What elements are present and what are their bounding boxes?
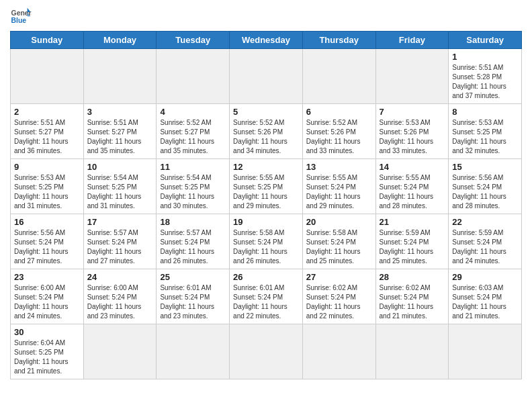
day-number: 7 [380, 107, 445, 117]
day-number: 22 [452, 217, 518, 227]
day-info: Sunrise: 5:59 AM Sunset: 5:24 PM Dayligh… [380, 228, 445, 266]
day-number: 9 [14, 162, 80, 172]
day-info: Sunrise: 5:59 AM Sunset: 5:24 PM Dayligh… [452, 228, 518, 266]
calendar-cell [375, 49, 449, 104]
page-header: General Blue [10, 7, 522, 26]
day-header-friday: Friday [375, 32, 449, 49]
day-header-thursday: Thursday [302, 32, 375, 49]
day-header-monday: Monday [83, 32, 157, 49]
day-header-wednesday: Wednesday [230, 32, 303, 49]
calendar-cell: 17Sunrise: 5:57 AM Sunset: 5:24 PM Dayli… [83, 214, 157, 269]
day-number: 12 [233, 162, 299, 172]
calendar-cell: 23Sunrise: 6:00 AM Sunset: 5:24 PM Dayli… [11, 269, 84, 324]
calendar-cell [230, 324, 303, 379]
logo: General Blue [10, 7, 34, 26]
day-number: 8 [452, 107, 518, 117]
day-info: Sunrise: 6:01 AM Sunset: 5:24 PM Dayligh… [160, 283, 226, 321]
calendar-cell [157, 324, 230, 379]
calendar-cell [11, 49, 84, 104]
day-number: 2 [14, 107, 80, 117]
day-number: 1 [452, 52, 518, 62]
day-number: 5 [233, 107, 299, 117]
day-number: 17 [87, 217, 153, 227]
day-info: Sunrise: 5:55 AM Sunset: 5:24 PM Dayligh… [380, 173, 445, 211]
calendar-cell: 28Sunrise: 6:02 AM Sunset: 5:24 PM Dayli… [375, 269, 449, 324]
day-number: 4 [160, 107, 226, 117]
day-info: Sunrise: 5:54 AM Sunset: 5:25 PM Dayligh… [87, 173, 153, 211]
calendar-cell: 1Sunrise: 5:51 AM Sunset: 5:28 PM Daylig… [449, 49, 522, 104]
day-number: 18 [160, 217, 226, 227]
day-info: Sunrise: 5:54 AM Sunset: 5:25 PM Dayligh… [160, 173, 226, 211]
logo-icon: General Blue [10, 7, 32, 26]
calendar-cell [157, 49, 230, 104]
day-number: 27 [306, 272, 372, 282]
day-number: 15 [452, 162, 518, 172]
day-number: 3 [87, 107, 153, 117]
calendar-table: SundayMondayTuesdayWednesdayThursdayFrid… [10, 31, 522, 379]
calendar-cell: 27Sunrise: 6:02 AM Sunset: 5:24 PM Dayli… [302, 269, 375, 324]
day-info: Sunrise: 6:04 AM Sunset: 5:25 PM Dayligh… [14, 338, 80, 376]
day-info: Sunrise: 5:53 AM Sunset: 5:25 PM Dayligh… [452, 118, 518, 156]
calendar-cell: 22Sunrise: 5:59 AM Sunset: 5:24 PM Dayli… [449, 214, 522, 269]
calendar-cell: 24Sunrise: 6:00 AM Sunset: 5:24 PM Dayli… [83, 269, 157, 324]
day-number: 11 [160, 162, 226, 172]
day-info: Sunrise: 5:57 AM Sunset: 5:24 PM Dayligh… [160, 228, 226, 266]
calendar-cell: 12Sunrise: 5:55 AM Sunset: 5:25 PM Dayli… [230, 159, 303, 214]
calendar-cell: 25Sunrise: 6:01 AM Sunset: 5:24 PM Dayli… [157, 269, 230, 324]
calendar-cell [230, 49, 303, 104]
day-info: Sunrise: 5:58 AM Sunset: 5:24 PM Dayligh… [306, 228, 372, 266]
calendar-cell: 26Sunrise: 6:01 AM Sunset: 5:24 PM Dayli… [230, 269, 303, 324]
day-info: Sunrise: 6:02 AM Sunset: 5:24 PM Dayligh… [306, 283, 372, 321]
day-info: Sunrise: 6:02 AM Sunset: 5:24 PM Dayligh… [380, 283, 445, 321]
calendar-cell [302, 49, 375, 104]
calendar-cell: 8Sunrise: 5:53 AM Sunset: 5:25 PM Daylig… [449, 104, 522, 159]
day-info: Sunrise: 5:56 AM Sunset: 5:24 PM Dayligh… [452, 173, 518, 211]
calendar-cell [302, 324, 375, 379]
calendar-cell: 5Sunrise: 5:52 AM Sunset: 5:26 PM Daylig… [230, 104, 303, 159]
day-info: Sunrise: 5:53 AM Sunset: 5:26 PM Dayligh… [380, 118, 445, 156]
day-info: Sunrise: 5:52 AM Sunset: 5:26 PM Dayligh… [306, 118, 372, 156]
calendar-cell: 15Sunrise: 5:56 AM Sunset: 5:24 PM Dayli… [449, 159, 522, 214]
calendar-cell [449, 324, 522, 379]
calendar-cell: 14Sunrise: 5:55 AM Sunset: 5:24 PM Dayli… [375, 159, 449, 214]
calendar-cell [375, 324, 449, 379]
calendar-cell [83, 49, 157, 104]
day-number: 24 [87, 272, 153, 282]
calendar-cell: 3Sunrise: 5:51 AM Sunset: 5:27 PM Daylig… [83, 104, 157, 159]
day-info: Sunrise: 6:00 AM Sunset: 5:24 PM Dayligh… [87, 283, 153, 321]
calendar-cell: 13Sunrise: 5:55 AM Sunset: 5:24 PM Dayli… [302, 159, 375, 214]
calendar-cell: 30Sunrise: 6:04 AM Sunset: 5:25 PM Dayli… [11, 324, 84, 379]
calendar-cell: 10Sunrise: 5:54 AM Sunset: 5:25 PM Dayli… [83, 159, 157, 214]
day-number: 21 [380, 217, 445, 227]
calendar-cell: 19Sunrise: 5:58 AM Sunset: 5:24 PM Dayli… [230, 214, 303, 269]
day-info: Sunrise: 5:55 AM Sunset: 5:25 PM Dayligh… [233, 173, 299, 211]
calendar-cell: 4Sunrise: 5:52 AM Sunset: 5:27 PM Daylig… [157, 104, 230, 159]
day-number: 14 [380, 162, 445, 172]
day-number: 6 [306, 107, 372, 117]
day-info: Sunrise: 5:57 AM Sunset: 5:24 PM Dayligh… [87, 228, 153, 266]
day-info: Sunrise: 6:00 AM Sunset: 5:24 PM Dayligh… [14, 283, 80, 321]
calendar-cell: 11Sunrise: 5:54 AM Sunset: 5:25 PM Dayli… [157, 159, 230, 214]
day-number: 16 [14, 217, 80, 227]
day-info: Sunrise: 5:52 AM Sunset: 5:27 PM Dayligh… [160, 118, 226, 156]
day-number: 25 [160, 272, 226, 282]
calendar-cell: 6Sunrise: 5:52 AM Sunset: 5:26 PM Daylig… [302, 104, 375, 159]
calendar-cell [83, 324, 157, 379]
calendar-cell: 29Sunrise: 6:03 AM Sunset: 5:24 PM Dayli… [449, 269, 522, 324]
day-info: Sunrise: 5:53 AM Sunset: 5:25 PM Dayligh… [14, 173, 80, 211]
calendar-cell: 16Sunrise: 5:56 AM Sunset: 5:24 PM Dayli… [11, 214, 84, 269]
day-number: 19 [233, 217, 299, 227]
calendar-cell: 7Sunrise: 5:53 AM Sunset: 5:26 PM Daylig… [375, 104, 449, 159]
day-number: 20 [306, 217, 372, 227]
day-number: 10 [87, 162, 153, 172]
day-info: Sunrise: 5:52 AM Sunset: 5:26 PM Dayligh… [233, 118, 299, 156]
calendar-cell: 2Sunrise: 5:51 AM Sunset: 5:27 PM Daylig… [11, 104, 84, 159]
day-number: 30 [14, 327, 80, 337]
calendar-cell: 18Sunrise: 5:57 AM Sunset: 5:24 PM Dayli… [157, 214, 230, 269]
day-number: 23 [14, 272, 80, 282]
day-info: Sunrise: 5:58 AM Sunset: 5:24 PM Dayligh… [233, 228, 299, 266]
calendar-cell: 20Sunrise: 5:58 AM Sunset: 5:24 PM Dayli… [302, 214, 375, 269]
day-info: Sunrise: 5:51 AM Sunset: 5:28 PM Dayligh… [452, 63, 518, 101]
svg-text:Blue: Blue [11, 17, 27, 24]
day-info: Sunrise: 5:51 AM Sunset: 5:27 PM Dayligh… [14, 118, 80, 156]
